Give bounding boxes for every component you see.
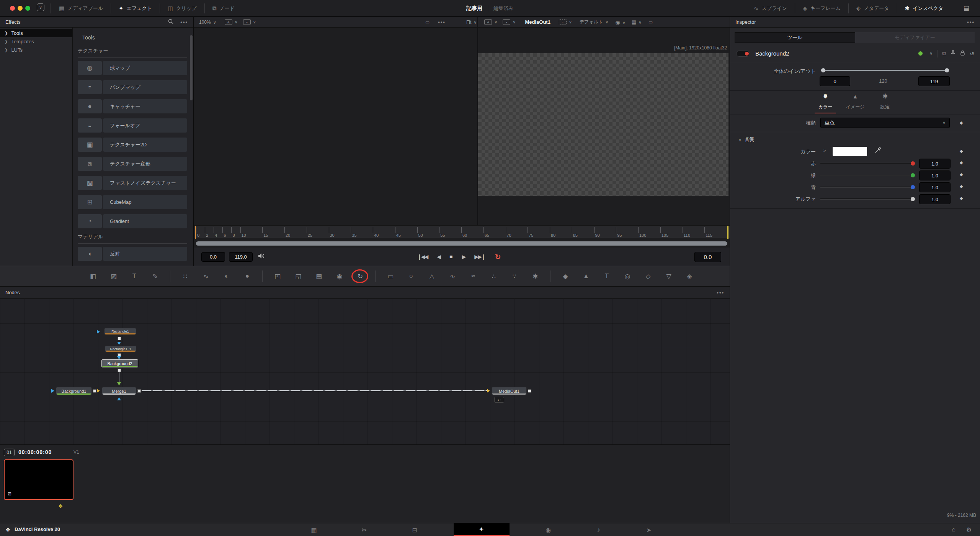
range-out-handle[interactable] [945, 68, 949, 72]
particle-merge-tool-icon[interactable]: ∵ [509, 272, 520, 280]
go-to-end-button[interactable]: ▶▶❙ [474, 254, 485, 260]
range-in-field[interactable]: 0 [820, 76, 850, 86]
node-MediaOut1[interactable]: MediaOut1 [492, 387, 527, 395]
right-viewer-source-label[interactable]: MediaOut1 [525, 19, 550, 25]
render-in-field[interactable]: 0.0 [201, 252, 225, 262]
particle-render-tool-icon[interactable]: ✱ [529, 272, 541, 280]
clean-feed-icon[interactable]: ⬓ [964, 4, 969, 11]
keyframe-diamond-icon[interactable]: ◆ [960, 149, 963, 154]
effects-item-キャッチャー[interactable]: ●キャッチャー [78, 99, 187, 113]
node-Rectangle1[interactable]: Rectangle1 [104, 328, 136, 335]
panel-tab-エフェクト[interactable]: ✦エフェクト [111, 0, 160, 17]
transform-tool-icon[interactable]: ↻ [354, 272, 366, 280]
right-viewer-expand-icon[interactable]: ▭ [648, 20, 653, 25]
panel-tab-キーフレーム[interactable]: ◈キーフレーム [795, 0, 848, 17]
go-to-start-button[interactable]: ❙◀◀ [417, 254, 428, 260]
keyframe-diamond-icon[interactable]: ◆ [960, 172, 963, 177]
inspector-tab-ツール[interactable]: ツール [735, 32, 855, 43]
camera-3d-tool-icon[interactable]: ◇ [642, 272, 654, 280]
right-viewer-roi-select[interactable]: ▫∨ [559, 19, 572, 25]
node-connector[interactable] [528, 389, 531, 393]
fastnoise-tool-icon[interactable]: ▨ [108, 272, 119, 280]
viewer-canvas[interactable] [478, 53, 728, 196]
merge-tool-icon[interactable]: ◉ [334, 272, 345, 280]
node-connector[interactable] [137, 389, 141, 393]
zoom-traffic-light[interactable] [25, 6, 30, 11]
corner-positioner-tool-icon[interactable]: ◰ [272, 272, 283, 280]
polygon-mask-tool-icon[interactable]: △ [426, 272, 438, 280]
effects-options-icon[interactable]: ••• [180, 19, 188, 25]
channel-slider-緑[interactable] [820, 175, 914, 176]
fusion-page-icon[interactable]: ✦ [454, 523, 510, 536]
shape-3d-tool-icon[interactable]: ▲ [580, 272, 592, 280]
background-tool-icon[interactable]: ◧ [87, 272, 99, 280]
merge-3d-tool-icon[interactable]: ◎ [622, 272, 633, 280]
panel-tab-インスペクタ[interactable]: ✱インスペクタ [897, 0, 951, 17]
step-back-button[interactable]: ◀ [437, 254, 440, 260]
left-viewer-channel-select[interactable]: A∨ [225, 19, 238, 25]
blur-tool-icon[interactable]: ● [242, 272, 253, 280]
channel-value-青[interactable]: 1.0 [919, 182, 951, 192]
rectangle-mask-tool-icon[interactable]: ▭ [385, 272, 396, 280]
minimize-traffic-light[interactable] [18, 6, 23, 11]
left-viewer-expand-icon[interactable]: ▭ [425, 20, 430, 25]
node-connector[interactable] [93, 389, 96, 393]
fairlight-page-icon[interactable]: ♪ [587, 523, 610, 536]
channel-value-アルファ[interactable]: 1.0 [919, 194, 951, 204]
magic-wand-mask-tool-icon[interactable]: ≈ [467, 272, 479, 280]
image-plane-3d-tool-icon[interactable]: ◆ [560, 272, 571, 280]
effects-scrollbar[interactable] [190, 35, 193, 100]
ellipse-mask-tool-icon[interactable]: ○ [405, 272, 417, 280]
text-plus-tool-icon[interactable]: T [129, 272, 140, 280]
media-page-icon[interactable]: ▦ [302, 523, 325, 536]
color-corrector-tool-icon[interactable]: ∷ [180, 272, 191, 280]
node-Rectangle1_1[interactable]: Rectangle1_1 [105, 346, 136, 352]
close-traffic-light[interactable] [10, 6, 15, 11]
color-curves-tool-icon[interactable]: ∿ [200, 272, 212, 280]
node-color-dot[interactable] [918, 51, 923, 56]
inspector-icontab-カラー[interactable]: ✹カラー [812, 92, 839, 113]
text-3d-tool-icon[interactable]: T [601, 272, 612, 280]
color-swatch[interactable] [833, 147, 867, 156]
global-range-slider[interactable] [822, 70, 948, 71]
range-out-field[interactable]: 119 [918, 76, 950, 86]
slider-handle[interactable] [911, 185, 915, 189]
crop-tool-icon[interactable]: ◱ [292, 272, 304, 280]
node-graph[interactable]: ●◦ Rectangle1Rectangle1_1Background2Back… [0, 299, 730, 444]
effects-tree-item-Tools[interactable]: ❯Tools [0, 29, 72, 37]
renderer-3d-tool-icon[interactable]: ◈ [684, 272, 695, 280]
node-color-caret-icon[interactable]: ∨ [929, 51, 933, 56]
effects-item-反射[interactable]: ◖反射 [78, 247, 187, 261]
keyframe-diamond-icon[interactable]: ◆ [960, 196, 963, 201]
node-Background1[interactable]: Background1 [56, 387, 92, 395]
audio-mute-icon[interactable] [258, 253, 265, 261]
effects-item-Gradient[interactable]: ◔Gradient [78, 214, 187, 228]
paint-tool-icon[interactable]: ✎ [149, 272, 161, 280]
cut-page-icon[interactable]: ✂ [353, 523, 376, 536]
nodes-options-icon[interactable]: ••• [717, 290, 724, 295]
panel-tab-ノード[interactable]: ⧉ノード [205, 0, 242, 17]
keyframe-diamond-icon[interactable]: ◆ [960, 160, 963, 165]
stop-button[interactable]: ■ [449, 254, 452, 260]
keyframe-diamond-icon[interactable]: ◆ [960, 120, 963, 125]
pin-icon[interactable] [951, 50, 956, 57]
deliver-page-icon[interactable]: ➤ [637, 523, 660, 536]
letterbox-tool-icon[interactable]: ▤ [313, 272, 325, 280]
right-viewer-lut-select[interactable]: デフォルト∨ [580, 19, 608, 25]
connection-line[interactable] [142, 390, 487, 391]
node-Merge1[interactable]: Merge1 [102, 387, 136, 395]
channel-slider-青[interactable] [820, 187, 914, 188]
brightness-contrast-tool-icon[interactable]: ◐ [221, 272, 232, 280]
right-viewer-channel-select[interactable]: A∨ [484, 19, 497, 25]
inspector-icontab-設定[interactable]: ✱設定 [872, 92, 898, 110]
left-viewer-layer-select[interactable]: ▪∨ [243, 19, 256, 25]
type-dropdown[interactable]: 単色∨ [820, 118, 950, 128]
node-connector[interactable] [118, 369, 121, 372]
edit-page-icon[interactable]: ⊟ [403, 523, 426, 536]
project-settings-gear-icon[interactable]: ⚙ [966, 526, 972, 533]
slider-handle[interactable] [911, 161, 915, 166]
search-icon[interactable] [168, 19, 173, 25]
panel-tab-スプライン[interactable]: ∿スプライン [746, 0, 795, 17]
inspector-tab-モディファイアー[interactable]: モディファイアー [855, 32, 975, 43]
timeline-scrollbar[interactable] [196, 241, 727, 246]
